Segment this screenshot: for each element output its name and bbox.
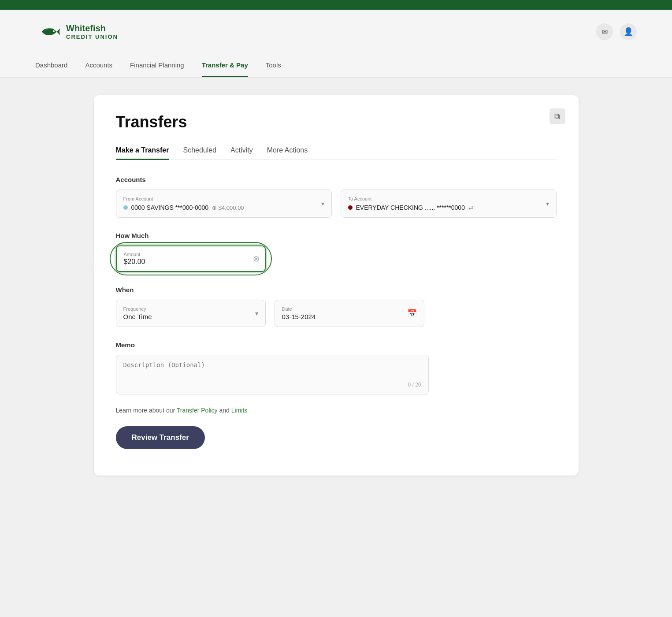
from-account-value: 0000 SAVINGS ***000-0000 ⊕ $4,000.00 [123,204,244,211]
how-much-section: How Much Amount ⊗ [116,232,557,272]
to-account-transfer-icon: ⇄ [468,204,473,211]
header-icons: ✉ 👤 [596,23,637,40]
frequency-dropdown[interactable]: Frequency One Time ▾ [116,300,266,327]
date-value: 03-15-2024 [282,313,316,320]
copy-icon: ⧉ [554,112,560,121]
frequency-value: One Time [123,313,152,320]
logo-area: Whitefish CREDIT UNION [35,19,118,45]
to-account-label: To Account [348,196,473,201]
memo-count: 0 / 20 [123,382,421,388]
from-account-chevron: ▾ [321,200,324,207]
memo-textarea-wrapper: 0 / 20 [116,355,429,394]
accounts-label: Accounts [116,176,557,183]
to-account-dropdown[interactable]: To Account EVERYDAY CHECKING ...... ****… [341,190,557,218]
nav-item-financial-planning[interactable]: Financial Planning [130,54,184,77]
user-icon: 👤 [624,27,633,37]
date-inner: Date 03-15-2024 [282,306,316,320]
user-button[interactable]: 👤 [620,23,637,40]
nav-item-tools[interactable]: Tools [266,54,281,77]
copy-icon-button[interactable]: ⧉ [549,108,565,124]
calendar-icon: 📅 [407,308,417,318]
amount-label: Amount [124,252,245,257]
mail-icon: ✉ [602,28,608,36]
tab-make-a-transfer[interactable]: Make a Transfer [116,142,169,160]
frequency-inner: Frequency One Time [123,306,152,320]
from-account-balance: ⊕ $4,000.00 [212,204,244,211]
from-account-label: From Account [123,196,244,201]
how-much-label: How Much [116,232,557,239]
to-account-chevron: ▾ [546,200,549,207]
frequency-label: Frequency [123,306,152,312]
tab-more-actions[interactable]: More Actions [267,142,308,160]
when-row: Frequency One Time ▾ Date 03-15-2024 📅 [116,300,557,327]
from-account-text: 0000 SAVINGS ***000-0000 [131,204,209,211]
to-account-inner: To Account EVERYDAY CHECKING ...... ****… [348,196,473,211]
date-label: Date [282,306,316,312]
amount-input[interactable] [124,258,245,266]
limits-link[interactable]: Limits [231,407,248,414]
tabs-bar: Make a Transfer Scheduled Activity More … [116,142,557,160]
memo-textarea[interactable] [123,361,421,379]
tab-activity[interactable]: Activity [230,142,253,160]
from-account-inner: From Account 0000 SAVINGS ***000-0000 ⊕ … [123,196,244,211]
to-account-text: EVERYDAY CHECKING ...... ******0000 [356,204,465,211]
policy-text: Learn more about our Transfer Policy and… [116,407,557,414]
to-account-value: EVERYDAY CHECKING ...... ******0000 ⇄ [348,204,473,211]
logo-text: Whitefish CREDIT UNION [66,23,118,41]
mail-button[interactable]: ✉ [596,23,613,40]
transfers-card: ⧉ Transfers Make a Transfer Scheduled Ac… [94,95,579,476]
when-label: When [116,286,557,294]
from-account-dot [123,205,128,210]
page-title: Transfers [116,113,557,131]
amount-field-container[interactable]: Amount ⊗ [116,245,266,272]
frequency-chevron: ▾ [255,310,258,317]
logo-icon [35,19,62,45]
accounts-row: From Account 0000 SAVINGS ***000-0000 ⊕ … [116,190,557,218]
nav-bar: Dashboard Accounts Financial Planning Tr… [0,54,672,78]
main-content: ⧉ Transfers Make a Transfer Scheduled Ac… [0,78,672,493]
from-account-dropdown[interactable]: From Account 0000 SAVINGS ***000-0000 ⊕ … [116,190,332,218]
nav-item-accounts[interactable]: Accounts [85,54,112,77]
transfer-policy-link[interactable]: Transfer Policy [177,407,218,414]
when-section: When Frequency One Time ▾ Date 03-15-202… [116,286,557,327]
to-account-dot [348,205,353,210]
memo-description-label [123,361,421,380]
memo-label: Memo [116,341,557,349]
nav-item-dashboard[interactable]: Dashboard [35,54,67,77]
review-transfer-button[interactable]: Review Transfer [116,426,205,449]
nav-item-transfer-pay[interactable]: Transfer & Pay [202,54,248,77]
header: Whitefish CREDIT UNION ✉ 👤 [0,10,672,54]
top-bar [0,0,672,10]
memo-section: Memo 0 / 20 [116,341,557,394]
amount-field-wrapper: Amount ⊗ [116,245,266,272]
svg-point-1 [53,30,55,32]
amount-clear-button[interactable]: ⊗ [253,254,260,264]
date-field[interactable]: Date 03-15-2024 📅 [275,300,424,327]
tab-scheduled[interactable]: Scheduled [183,142,216,160]
clear-icon: ⊗ [253,254,260,263]
